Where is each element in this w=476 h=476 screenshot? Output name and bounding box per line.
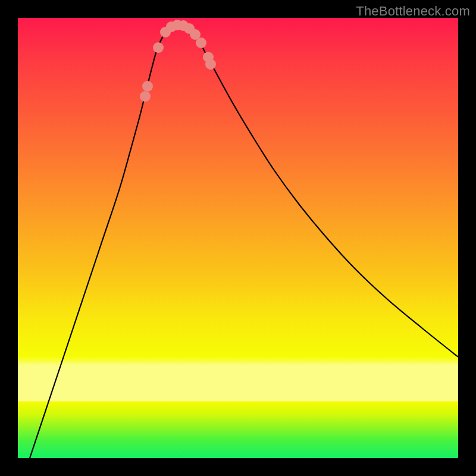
marker-dot (142, 81, 153, 92)
marker-dot (196, 37, 206, 48)
plot-area (18, 18, 458, 458)
chart-frame: TheBottleneck.com (0, 0, 476, 476)
marker-dot (205, 59, 216, 70)
watermark-text: TheBottleneck.com (356, 4, 470, 19)
curve-left-branch (30, 25, 181, 458)
marker-dot (140, 91, 151, 102)
marker-group (140, 20, 216, 102)
curves-layer (18, 18, 458, 458)
marker-dot (153, 42, 164, 53)
curve-right-branch (181, 25, 458, 357)
